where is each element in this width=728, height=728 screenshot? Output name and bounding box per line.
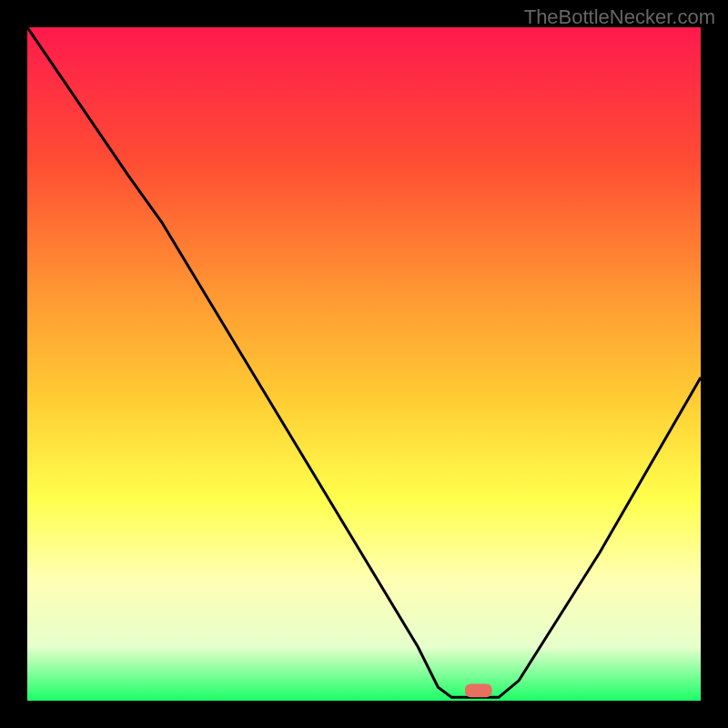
chart-svg — [27, 27, 701, 701]
gradient-background — [27, 27, 701, 701]
watermark-text: TheBottleNecker.com — [524, 5, 715, 29]
chart-area — [27, 27, 701, 701]
optimal-marker — [465, 684, 492, 698]
